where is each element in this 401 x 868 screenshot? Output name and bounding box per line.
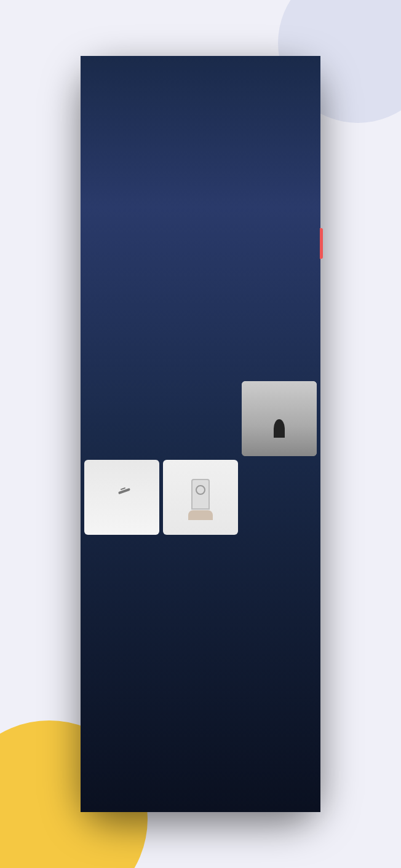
template-img-plane bbox=[84, 460, 159, 535]
grid-row-4 bbox=[84, 381, 317, 456]
template-img-hands bbox=[163, 460, 238, 535]
phone-frame: 2:08 ▲ ▲ ■ ← Templates ROYAL NATURE COUP… bbox=[81, 56, 320, 812]
template-item-minimal-dark[interactable] bbox=[242, 381, 317, 456]
template-item-city-couple[interactable] bbox=[163, 381, 238, 456]
template-grid bbox=[81, 141, 320, 780]
template-item-hands[interactable] bbox=[163, 460, 238, 535]
template-img-minimal-dark bbox=[242, 381, 317, 456]
template-img-city-couple bbox=[163, 381, 238, 456]
phone-screen: ← Templates ROYAL NATURE COUPLES COLORS bbox=[81, 97, 320, 812]
phone-side-button bbox=[320, 228, 323, 259]
template-item-plane[interactable] bbox=[84, 460, 159, 535]
